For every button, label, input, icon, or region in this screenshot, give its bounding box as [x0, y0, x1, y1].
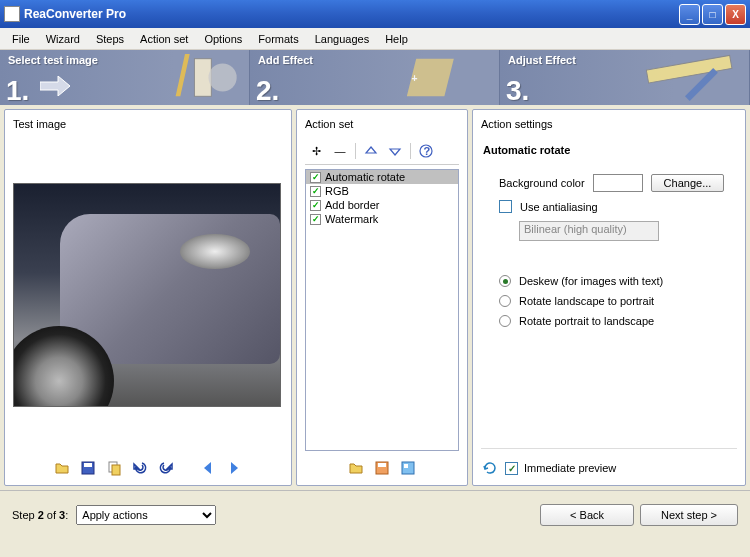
actionset-toolbar — [305, 451, 459, 477]
menu-file[interactable]: File — [4, 30, 38, 48]
prev-icon[interactable] — [199, 459, 217, 477]
add-action-icon[interactable]: ✢ — [307, 142, 325, 160]
radio-landscape-to-portrait[interactable] — [499, 295, 511, 307]
panel1-title: Test image — [13, 118, 283, 130]
immediate-preview-checkbox[interactable] — [505, 462, 518, 475]
checkbox-icon[interactable] — [310, 214, 321, 225]
list-item-label: RGB — [325, 185, 349, 197]
svg-rect-13 — [404, 464, 408, 468]
menu-options[interactable]: Options — [196, 30, 250, 48]
menu-action-set[interactable]: Action set — [132, 30, 196, 48]
titlebar: ReaConverter Pro _ □ X — [0, 0, 750, 28]
menu-formats[interactable]: Formats — [250, 30, 306, 48]
interpolation-select: Bilinear (high quality) — [519, 221, 659, 241]
step-select[interactable]: Apply actions — [76, 505, 216, 525]
remove-action-icon[interactable]: — — [331, 142, 349, 160]
svg-text:+: + — [412, 73, 418, 84]
step-1-banner: Select test image 1. — [0, 50, 250, 105]
radio-ltop-label: Rotate landscape to portrait — [519, 295, 654, 307]
svg-point-1 — [209, 63, 237, 91]
next-icon[interactable] — [225, 459, 243, 477]
next-button[interactable]: Next step > — [640, 504, 738, 526]
close-button[interactable]: X — [725, 4, 746, 25]
step-2-number: 2. — [256, 75, 279, 105]
svg-rect-5 — [84, 463, 92, 467]
window-title: ReaConverter Pro — [24, 7, 679, 21]
step-indicator: Step 2 of 3: — [12, 509, 68, 521]
main-row: Test image Action set ✢ — — [0, 105, 750, 490]
panel-test-image: Test image — [4, 109, 292, 486]
decoration-brush: + — [375, 54, 495, 101]
redo-icon[interactable] — [157, 459, 175, 477]
bg-color-well[interactable] — [593, 174, 643, 192]
decoration-pencils — [125, 54, 245, 101]
list-item-label: Automatic rotate — [325, 171, 405, 183]
help-icon[interactable]: ? — [417, 142, 435, 160]
radio-deskew-label: Deskew (for images with text) — [519, 275, 663, 287]
back-button[interactable]: < Back — [540, 504, 634, 526]
open-icon[interactable] — [53, 459, 71, 477]
undo-icon[interactable] — [131, 459, 149, 477]
actionset-save-icon[interactable] — [373, 459, 391, 477]
step-3-number: 3. — [506, 75, 529, 105]
menu-wizard[interactable]: Wizard — [38, 30, 88, 48]
list-item[interactable]: Automatic rotate — [306, 170, 458, 184]
settings-heading: Automatic rotate — [483, 144, 737, 156]
radio-portrait-to-landscape[interactable] — [499, 315, 511, 327]
maximize-button[interactable]: □ — [702, 4, 723, 25]
checkbox-icon[interactable] — [310, 186, 321, 197]
move-up-icon[interactable] — [362, 142, 380, 160]
refresh-preview-icon[interactable] — [481, 459, 499, 477]
action-list[interactable]: Automatic rotate RGB Add border Watermar… — [305, 169, 459, 451]
preview-row: Immediate preview — [481, 448, 737, 477]
decoration-ruler — [625, 54, 745, 101]
minimize-button[interactable]: _ — [679, 4, 700, 25]
list-item[interactable]: Add border — [306, 198, 458, 212]
image-toolbar — [13, 451, 283, 477]
antialiasing-checkbox[interactable] — [499, 200, 512, 213]
panel-action-settings: Action settings Automatic rotate Backgro… — [472, 109, 746, 486]
radio-ptol-label: Rotate portrait to landscape — [519, 315, 654, 327]
copy-icon[interactable] — [105, 459, 123, 477]
change-color-button[interactable]: Change... — [651, 174, 725, 192]
arrow-icon — [40, 76, 70, 96]
list-item[interactable]: Watermark — [306, 212, 458, 226]
svg-text:?: ? — [424, 145, 431, 157]
immediate-preview-label: Immediate preview — [524, 462, 616, 474]
menu-help[interactable]: Help — [377, 30, 416, 48]
step-1-number: 1. — [6, 75, 29, 105]
action-toolbar: ✢ — ? — [305, 138, 459, 165]
svg-rect-11 — [378, 463, 386, 467]
panel2-title: Action set — [305, 118, 459, 130]
list-item[interactable]: RGB — [306, 184, 458, 198]
list-item-label: Add border — [325, 199, 379, 211]
bg-color-label: Background color — [499, 177, 585, 189]
step-2-banner: Add Effect 2. + — [250, 50, 500, 105]
radio-deskew[interactable] — [499, 275, 511, 287]
menu-steps[interactable]: Steps — [88, 30, 132, 48]
actionset-preset-icon[interactable] — [399, 459, 417, 477]
test-image-preview — [13, 183, 281, 407]
move-down-icon[interactable] — [386, 142, 404, 160]
footer: Step 2 of 3: Apply actions < Back Next s… — [0, 490, 750, 538]
panel3-title: Action settings — [481, 118, 737, 130]
menubar: File Wizard Steps Action set Options For… — [0, 28, 750, 50]
antialiasing-label: Use antialiasing — [520, 201, 598, 213]
svg-rect-7 — [112, 465, 120, 475]
actionset-open-icon[interactable] — [347, 459, 365, 477]
checkbox-icon[interactable] — [310, 172, 321, 183]
app-icon — [4, 6, 20, 22]
save-icon[interactable] — [79, 459, 97, 477]
panel-action-set: Action set ✢ — ? Automatic rotate RGB Ad… — [296, 109, 468, 486]
step-3-banner: Adjust Effect 3. — [500, 50, 750, 105]
menu-languages[interactable]: Languages — [307, 30, 377, 48]
svg-rect-3 — [646, 55, 732, 83]
step-header: Select test image 1. Add Effect 2. + Adj… — [0, 50, 750, 105]
checkbox-icon[interactable] — [310, 200, 321, 211]
list-item-label: Watermark — [325, 213, 378, 225]
